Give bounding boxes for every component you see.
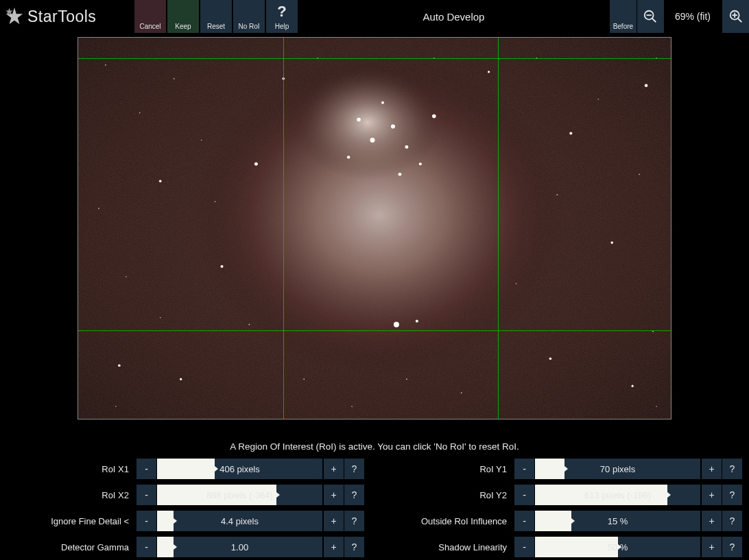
param-row: Shadow Linearity-50 %+? [385, 537, 742, 557]
param-row: Outside RoI Influence-15 %+? [385, 511, 742, 531]
param-increment-button[interactable]: + [701, 459, 722, 479]
app-name: StarTools [27, 8, 96, 26]
roi-line-y1[interactable] [78, 58, 671, 59]
param-help-button[interactable]: ? [344, 459, 364, 479]
zoom-out-icon [643, 9, 658, 24]
param-slider[interactable]: 888 pixels (-364) [157, 485, 322, 505]
help-button[interactable]: ? Help [265, 0, 298, 33]
cancel-label: Cancel [139, 23, 160, 30]
svg-point-45 [516, 283, 517, 284]
cancel-button[interactable]: Cancel [134, 0, 167, 33]
param-help-button[interactable]: ? [722, 459, 742, 479]
svg-point-53 [201, 140, 202, 141]
param-row: RoI X2-888 pixels (-364)+? [7, 485, 364, 505]
param-value: 4.4 pixels [157, 511, 322, 531]
no-roi-label: No RoI [238, 23, 259, 30]
param-slider[interactable]: 15 % [535, 511, 700, 531]
svg-point-20 [419, 162, 422, 165]
svg-point-50 [351, 406, 353, 407]
svg-point-47 [597, 99, 599, 100]
svg-point-40 [174, 78, 175, 80]
param-increment-button[interactable]: + [323, 459, 344, 479]
svg-point-57 [115, 406, 117, 407]
nebula-image [78, 38, 671, 419]
param-slider[interactable]: 70 pixels [535, 459, 700, 479]
svg-point-16 [405, 145, 408, 149]
param-increment-button[interactable]: + [323, 537, 344, 557]
param-decrement-button[interactable]: - [514, 485, 534, 505]
svg-point-36 [105, 64, 106, 66]
param-label: RoI X2 [7, 485, 136, 505]
param-slider[interactable]: 1.00 [157, 537, 322, 557]
param-help-button[interactable]: ? [722, 537, 742, 557]
param-decrement-button[interactable]: - [136, 537, 156, 557]
svg-point-51 [406, 378, 407, 380]
param-row: Detector Gamma-1.00+? [7, 537, 364, 557]
canvas-area [0, 33, 749, 430]
svg-point-24 [254, 162, 258, 166]
param-help-button[interactable]: ? [344, 511, 364, 531]
svg-point-58 [656, 406, 657, 407]
param-increment-button[interactable]: + [701, 511, 722, 531]
before-button[interactable]: Before [609, 0, 637, 33]
param-help-button[interactable]: ? [344, 537, 364, 557]
param-increment-button[interactable]: + [701, 485, 722, 505]
reset-label: Reset [207, 23, 225, 30]
svg-point-12 [249, 65, 495, 256]
param-row: RoI X1-406 pixels+? [7, 459, 364, 479]
svg-point-31 [180, 378, 182, 380]
param-decrement-button[interactable]: - [136, 511, 156, 531]
svg-point-26 [159, 180, 162, 182]
svg-marker-0 [6, 8, 23, 24]
param-help-button[interactable]: ? [722, 485, 742, 505]
param-label: RoI Y2 [385, 485, 514, 505]
keep-button[interactable]: Keep [167, 0, 200, 33]
svg-point-14 [391, 125, 395, 129]
svg-point-13 [370, 138, 375, 143]
param-decrement-button[interactable]: - [514, 537, 534, 557]
param-label: RoI Y1 [385, 459, 514, 479]
param-decrement-button[interactable]: - [136, 459, 156, 479]
zoom-in-icon [728, 9, 744, 24]
param-slider[interactable]: 50 % [535, 537, 700, 557]
param-help-button[interactable]: ? [722, 511, 742, 531]
svg-point-46 [556, 194, 558, 195]
param-slider[interactable]: 406 pixels [157, 459, 322, 479]
param-slider[interactable]: 613 pixels (-196) [535, 485, 700, 505]
svg-point-22 [394, 322, 399, 328]
image-preview[interactable] [78, 37, 671, 419]
reset-button[interactable]: Reset [200, 0, 233, 33]
svg-point-32 [549, 358, 552, 361]
no-roi-button[interactable]: No RoI [233, 0, 265, 33]
param-help-button[interactable]: ? [344, 485, 364, 505]
star-icon [4, 6, 25, 27]
param-label: Outside RoI Influence [385, 511, 514, 531]
roi-line-y2[interactable] [78, 330, 671, 331]
param-label: RoI X1 [7, 459, 136, 479]
svg-point-48 [639, 173, 640, 175]
param-increment-button[interactable]: + [701, 537, 722, 557]
zoom-level: 69% (fit) [664, 0, 722, 33]
svg-point-41 [215, 201, 216, 202]
svg-point-39 [126, 276, 127, 278]
zoom-out-button[interactable] [637, 0, 664, 33]
svg-point-30 [118, 364, 121, 367]
app-logo: StarTools [0, 0, 134, 33]
roi-line-x1[interactable] [283, 38, 284, 419]
roi-line-x2[interactable] [498, 38, 499, 419]
svg-line-6 [737, 19, 741, 23]
param-label: Shadow Linearity [385, 537, 514, 557]
svg-point-21 [381, 101, 384, 104]
param-decrement-button[interactable]: - [136, 485, 156, 505]
param-decrement-button[interactable]: - [514, 459, 534, 479]
param-slider[interactable]: 4.4 pixels [157, 511, 322, 531]
svg-point-33 [632, 385, 634, 387]
module-title: Auto Develop [298, 0, 609, 33]
zoom-in-button[interactable] [722, 0, 749, 33]
param-increment-button[interactable]: + [323, 511, 344, 531]
param-decrement-button[interactable]: - [514, 511, 534, 531]
svg-point-37 [139, 112, 141, 114]
param-increment-button[interactable]: + [323, 485, 344, 505]
param-value: 1.00 [157, 537, 322, 557]
status-message: A Region Of Interest (RoI) is active. Yo… [0, 430, 749, 459]
